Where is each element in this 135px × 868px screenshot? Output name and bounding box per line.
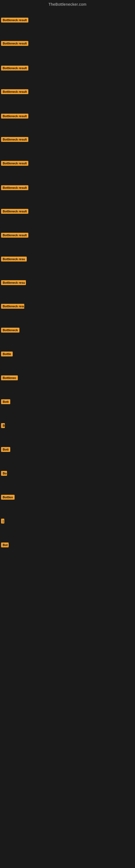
bottleneck-badge-15[interactable]: Bottle <box>1 351 13 356</box>
bottleneck-badge-20[interactable]: Bo <box>1 471 7 476</box>
badge-row-10: Bottleneck result <box>1 233 28 239</box>
bottleneck-badge-12[interactable]: Bottleneck resu <box>1 280 26 285</box>
badge-row-7: Bottleneck result <box>1 161 28 167</box>
badge-row-4: Bottleneck result <box>1 89 28 95</box>
badge-row-23: Bot <box>1 542 9 549</box>
badge-row-1: Bottleneck result <box>1 18 28 24</box>
bottleneck-badge-4[interactable]: Bottleneck result <box>1 89 28 94</box>
bottleneck-badge-11[interactable]: Bottleneck resu <box>1 257 27 261</box>
badge-row-11: Bottleneck resu <box>1 257 27 262</box>
bottleneck-badge-21[interactable]: Bottlen <box>1 495 14 500</box>
badge-row-19: Bott <box>1 447 10 453</box>
bottleneck-badge-18[interactable]: B <box>1 423 5 428</box>
badge-row-2: Bottleneck result <box>1 41 28 47</box>
badge-row-13: Bottleneck resu <box>1 304 24 310</box>
badge-row-3: Bottleneck result <box>1 66 28 72</box>
badge-row-16: Bottlenec <box>1 375 18 381</box>
bottleneck-badge-3[interactable]: Bottleneck result <box>1 66 28 70</box>
badge-row-9: Bottleneck result <box>1 209 28 215</box>
badge-row-14: Bottleneck <box>1 328 19 334</box>
badge-row-15: Bottle <box>1 351 13 358</box>
bottleneck-badge-2[interactable]: Bottleneck result <box>1 41 28 46</box>
badge-row-12: Bottleneck resu <box>1 280 26 286</box>
bottleneck-badge-8[interactable]: Bottleneck result <box>1 185 28 190</box>
badge-row-22: | <box>1 519 4 525</box>
bottleneck-badge-17[interactable]: Bott <box>1 399 10 404</box>
bottleneck-badge-14[interactable]: Bottleneck <box>1 328 19 333</box>
badge-row-20: Bo <box>1 471 7 477</box>
bottleneck-badge-6[interactable]: Bottleneck result <box>1 137 28 142</box>
bottleneck-badge-10[interactable]: Bottleneck result <box>1 233 28 238</box>
badge-row-6: Bottleneck result <box>1 137 28 143</box>
badge-row-21: Bottlen <box>1 495 14 501</box>
bottleneck-badge-9[interactable]: Bottleneck result <box>1 209 28 214</box>
badge-row-18: B <box>1 423 5 429</box>
badge-row-5: Bottleneck result <box>1 114 28 120</box>
bottleneck-badge-13[interactable]: Bottleneck resu <box>1 304 24 309</box>
bottleneck-badge-5[interactable]: Bottleneck result <box>1 114 28 119</box>
bottleneck-badge-19[interactable]: Bott <box>1 447 10 452</box>
bottleneck-badge-7[interactable]: Bottleneck result <box>1 161 28 166</box>
bottleneck-badge-1[interactable]: Bottleneck result <box>1 18 28 23</box>
bottleneck-badge-23[interactable]: Bot <box>1 542 9 547</box>
site-title: TheBottlenecker.com <box>0 0 135 8</box>
bottleneck-badge-16[interactable]: Bottlenec <box>1 375 18 380</box>
bottleneck-badge-22[interactable]: | <box>1 519 4 524</box>
badge-row-17: Bott <box>1 399 10 405</box>
badge-row-8: Bottleneck result <box>1 185 28 191</box>
